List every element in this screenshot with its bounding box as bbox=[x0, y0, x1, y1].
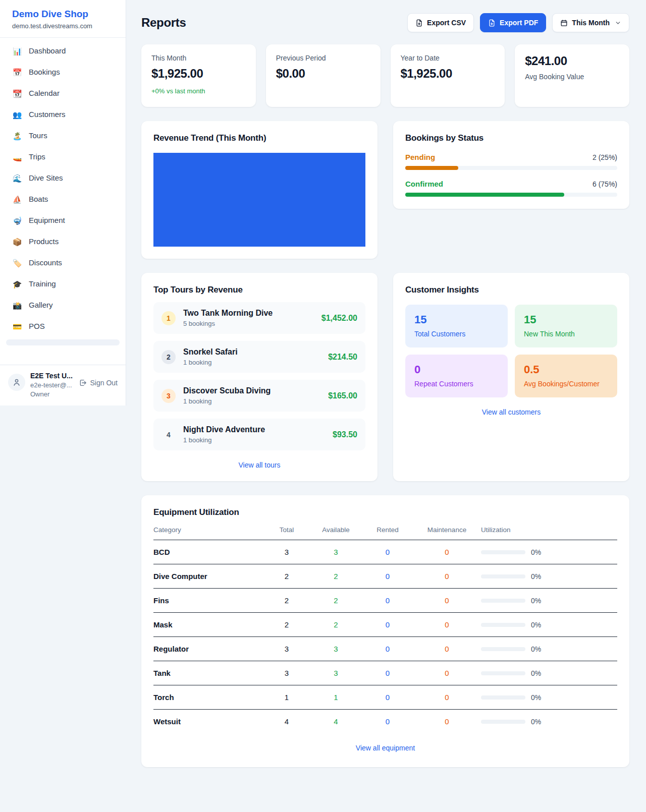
table-row: Mask 2 2 0 0 0% bbox=[153, 613, 617, 637]
status-value: 6 (75%) bbox=[593, 180, 617, 188]
sidebar: Demo Dive Shop demo.test.divestreams.com… bbox=[0, 0, 126, 405]
utilization-bar bbox=[481, 647, 525, 651]
sidebar-item-training[interactable]: 🎓 Training bbox=[6, 276, 120, 292]
column-header-rented: Rented bbox=[362, 526, 413, 540]
stat-card-avg-booking-value: $241.00 Avg Booking Value bbox=[515, 44, 629, 107]
cell-maintenance: 0 bbox=[413, 710, 481, 734]
status-value: 2 (25%) bbox=[593, 153, 617, 161]
card-title: Equipment Utilization bbox=[153, 507, 617, 517]
progress-fill-pending bbox=[405, 166, 458, 170]
cell-available: 3 bbox=[309, 637, 362, 661]
sidebar-item-bookings[interactable]: 📅 Bookings bbox=[6, 64, 120, 80]
column-header-maintenance: Maintenance bbox=[413, 526, 481, 540]
cell-rented: 0 bbox=[362, 589, 413, 613]
export-csv-button[interactable]: Export CSV bbox=[407, 13, 474, 32]
column-header-available: Available bbox=[309, 526, 362, 540]
page-title: Reports bbox=[141, 16, 186, 30]
tour-list-item: 2 Snorkel Safari 1 booking $214.50 bbox=[153, 341, 365, 373]
cell-maintenance: 0 bbox=[413, 685, 481, 710]
cell-category: Dive Computer bbox=[153, 564, 264, 589]
sidebar-item-pos[interactable]: 💳 POS bbox=[6, 318, 120, 334]
table-row: Tank 3 3 0 0 0% bbox=[153, 661, 617, 685]
insight-tile-total-customers: 15 Total Customers bbox=[405, 305, 508, 347]
sidebar-item-tours[interactable]: 🏝️ Tours bbox=[6, 128, 120, 144]
utilization-percent: 0% bbox=[531, 645, 541, 653]
utilization-bar bbox=[481, 599, 525, 603]
sidebar-item-label: Trips bbox=[29, 152, 45, 161]
stat-delta: +0% vs last month bbox=[151, 87, 246, 95]
cell-maintenance: 0 bbox=[413, 613, 481, 637]
stats-row: This Month $1,925.00 +0% vs last month P… bbox=[141, 44, 629, 107]
file-download-icon bbox=[488, 19, 496, 27]
utilization-percent: 0% bbox=[531, 669, 541, 677]
cell-total: 1 bbox=[264, 685, 309, 710]
sidebar-item-dive-sites[interactable]: 🌊 Dive Sites bbox=[6, 170, 120, 186]
view-all-customers-link[interactable]: View all customers bbox=[405, 408, 617, 416]
person-icon bbox=[12, 378, 21, 387]
sign-out-button[interactable]: Sign Out bbox=[79, 379, 118, 387]
sidebar-nav: 📊 Dashboard 📅 Bookings 📆 Calendar 👥 Cust… bbox=[0, 38, 126, 365]
bookings-by-status-card: Bookings by Status Pending 2 (25%) Confi… bbox=[393, 121, 629, 209]
utilization-percent: 0% bbox=[531, 548, 541, 556]
sidebar-item-equipment[interactable]: 🤿 Equipment bbox=[6, 212, 120, 228]
sidebar-item-label: Training bbox=[29, 279, 56, 288]
sidebar-item-boats[interactable]: ⛵ Boats bbox=[6, 191, 120, 207]
people-icon: 👥 bbox=[12, 111, 22, 119]
cell-utilization: 0% bbox=[481, 589, 617, 613]
sidebar-item-trips[interactable]: 🚤 Trips bbox=[6, 149, 120, 165]
cell-category: Wetsuit bbox=[153, 710, 264, 734]
period-dropdown[interactable]: This Month bbox=[552, 13, 629, 32]
sidebar-item-calendar[interactable]: 📆 Calendar bbox=[6, 85, 120, 101]
rank-badge: 4 bbox=[162, 428, 176, 442]
cell-rented: 0 bbox=[362, 613, 413, 637]
sidebar-item-products[interactable]: 📦 Products bbox=[6, 234, 120, 250]
cell-total: 2 bbox=[264, 589, 309, 613]
card-title: Bookings by Status bbox=[405, 133, 617, 143]
cell-category: Torch bbox=[153, 685, 264, 710]
chevron-down-icon bbox=[615, 20, 621, 26]
utilization-percent: 0% bbox=[531, 718, 541, 726]
cell-total: 2 bbox=[264, 564, 309, 589]
island-icon: 🏝️ bbox=[12, 132, 22, 140]
sidebar-item-discounts[interactable]: 🏷️ Discounts bbox=[6, 255, 120, 271]
sidebar-item-partial-active[interactable] bbox=[6, 339, 120, 345]
sidebar-item-gallery[interactable]: 📸 Gallery bbox=[6, 297, 120, 313]
sidebar-item-customers[interactable]: 👥 Customers bbox=[6, 106, 120, 123]
equipment-utilization-card: Equipment Utilization Category Total Ava… bbox=[141, 495, 629, 767]
export-pdf-button[interactable]: Export PDF bbox=[480, 13, 546, 32]
sidebar-item-label: Boats bbox=[29, 195, 48, 204]
view-all-equipment-link[interactable]: View all equipment bbox=[153, 744, 617, 752]
column-header-utilization: Utilization bbox=[481, 526, 617, 540]
cell-utilization: 0% bbox=[481, 710, 617, 734]
speedboat-icon: 🚤 bbox=[12, 153, 22, 161]
tour-name: Two Tank Morning Dive bbox=[183, 309, 314, 318]
tour-bookings: 5 bookings bbox=[183, 320, 314, 327]
tile-label: New This Month bbox=[524, 330, 608, 338]
sidebar-item-label: Customers bbox=[29, 110, 66, 119]
table-row: Regulator 3 3 0 0 0% bbox=[153, 637, 617, 661]
utilization-bar bbox=[481, 550, 525, 554]
tile-label: Avg Bookings/Customer bbox=[524, 380, 608, 388]
sidebar-item-label: Tours bbox=[29, 131, 47, 140]
tag-icon: 🏷️ bbox=[12, 259, 22, 267]
sidebar-item-label: Gallery bbox=[29, 301, 53, 310]
tour-revenue: $165.00 bbox=[328, 391, 357, 400]
view-all-tours-link[interactable]: View all tours bbox=[153, 461, 365, 469]
utilization-bar bbox=[481, 574, 525, 578]
stat-value: $1,925.00 bbox=[151, 67, 246, 81]
sailboat-icon: ⛵ bbox=[12, 196, 22, 203]
cell-rented: 0 bbox=[362, 637, 413, 661]
utilization-bar bbox=[481, 623, 525, 627]
credit-card-icon: 💳 bbox=[12, 323, 22, 330]
rank-badge: 2 bbox=[162, 350, 176, 364]
insights-row: Top Tours by Revenue 1 Two Tank Morning … bbox=[141, 273, 629, 481]
utilization-bar bbox=[481, 695, 525, 700]
cell-available: 2 bbox=[309, 589, 362, 613]
shop-name: Demo Dive Shop bbox=[12, 9, 114, 20]
utilization-percent: 0% bbox=[531, 693, 541, 702]
progress-track bbox=[405, 193, 617, 197]
sidebar-item-dashboard[interactable]: 📊 Dashboard bbox=[6, 43, 120, 59]
sidebar-item-label: Discounts bbox=[29, 258, 62, 267]
table-row: Wetsuit 4 4 0 0 0% bbox=[153, 710, 617, 734]
stat-card-previous-period: Previous Period $0.00 bbox=[266, 44, 381, 107]
